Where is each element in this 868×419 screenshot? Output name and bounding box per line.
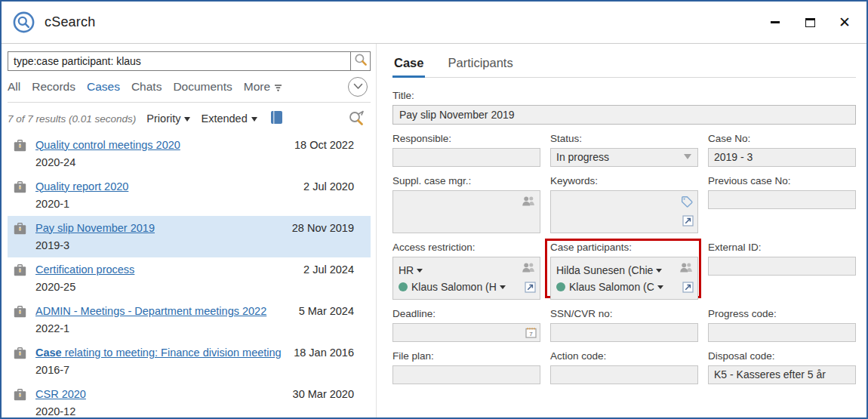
people-icon [679, 262, 694, 276]
maximize-button[interactable] [793, 8, 827, 38]
people-icon [522, 262, 536, 276]
extended-view-dropdown[interactable]: Extended [201, 112, 257, 125]
caret-down-icon [657, 285, 663, 292]
case-no-field[interactable]: 2019 - 3 [708, 148, 856, 167]
result-row-main: Quality control meetings 2020 2020-24 [35, 137, 287, 171]
priority-sort-dropdown[interactable]: Priority [146, 112, 190, 125]
csearch-logo-icon [11, 11, 35, 35]
result-date: 30 Mar 2020 [293, 387, 354, 402]
case-detail-panel: Case Participants Title: Pay slip Novemb… [377, 44, 866, 417]
access-restriction-box[interactable]: HR Klaus Salomon (H [392, 257, 540, 300]
keywords-label: Keywords: [550, 175, 698, 186]
result-row[interactable]: Quality control meetings 2020 2020-24 18… [8, 133, 371, 174]
result-link[interactable]: CSR 2020 [35, 388, 86, 400]
result-link[interactable]: ADMIN - Meetings - Department meetings 2… [35, 305, 266, 317]
result-row[interactable]: CSR 2020 2020-12 30 Mar 2020 [8, 382, 371, 417]
participant-entry[interactable]: Hilda Sunesen (Chie [556, 262, 676, 279]
detail-tabs: Case Participants [392, 56, 856, 78]
access-restriction-label: Access restriction: [392, 242, 540, 253]
result-case-number: 2020-12 [35, 403, 285, 417]
open-expand-icon[interactable] [682, 215, 694, 230]
case-participants-label: Case participants: [550, 242, 698, 253]
tab-case[interactable]: Case [394, 56, 423, 70]
minimize-button[interactable] [758, 8, 793, 38]
tab-participants[interactable]: Participants [448, 56, 512, 70]
case-no-cell: Case No: 2019 - 3 [708, 133, 856, 167]
result-case-number: 2020-25 [35, 279, 296, 295]
search-input[interactable] [8, 52, 350, 70]
expand-search-options-button[interactable] [348, 77, 368, 97]
file-plan-field[interactable] [392, 365, 540, 384]
participant-entry[interactable]: Klaus Salomon (C [556, 279, 676, 295]
app-title: cSearch [45, 14, 95, 30]
book-icon [269, 109, 284, 128]
casebook-button[interactable] [269, 109, 284, 128]
deadline-field[interactable] [392, 323, 540, 342]
result-row[interactable]: Case relating to meeting: Finance divisi… [8, 340, 371, 382]
caret-down-icon [184, 117, 190, 125]
keywords-cell: Keywords: [550, 175, 698, 233]
suppl-case-mgr-box[interactable] [392, 190, 540, 233]
result-case-number: 2020-24 [35, 154, 287, 171]
open-expand-icon[interactable] [682, 282, 694, 296]
result-case-number: 2020-1 [35, 196, 296, 212]
calendar-icon[interactable]: 7 [525, 326, 537, 342]
results-toolbar: 7 of 7 results (0.01 seconds) Priority E… [8, 109, 371, 128]
progress-code-field[interactable] [708, 323, 856, 342]
ssn-cvr-label: SSN/CVR no: [550, 308, 698, 319]
close-icon: ✕ [839, 15, 851, 29]
result-link[interactable]: Certification process [35, 263, 134, 276]
keywords-box[interactable] [550, 190, 698, 233]
access-entry[interactable]: HR [399, 262, 519, 279]
title-field[interactable]: Pay slip November 2019 [392, 105, 856, 125]
result-row[interactable]: Quality report 2020 2020-1 2 Jul 2020 [8, 174, 371, 216]
status-select[interactable]: In progress [550, 148, 698, 167]
more-menu-icon [274, 84, 282, 92]
result-date: 2 Jul 2020 [303, 179, 354, 195]
result-link[interactable]: Quality control meetings 2020 [35, 139, 180, 151]
people-icon [522, 196, 536, 210]
search-button[interactable] [350, 52, 370, 70]
presence-icon [399, 282, 408, 291]
caret-down-icon [500, 285, 506, 292]
close-button[interactable]: ✕ [827, 8, 862, 38]
case-participants-box[interactable]: Hilda Sunesen (Chie Klaus Salomon (C [550, 257, 698, 300]
open-expand-icon[interactable] [525, 282, 536, 296]
result-row[interactable]: ADMIN - Meetings - Department meetings 2… [8, 299, 371, 340]
previous-case-no-cell: Previous case No: [708, 175, 856, 209]
result-link[interactable]: Case relating to meeting: Finance divisi… [35, 347, 282, 359]
result-list: Quality control meetings 2020 2020-24 18… [8, 133, 371, 417]
previous-case-no-field[interactable] [708, 190, 856, 209]
external-id-field[interactable] [708, 257, 856, 276]
result-case-number: 2019-3 [35, 237, 285, 254]
file-plan-label: File plan: [392, 350, 540, 362]
result-row-main: CSR 2020 2020-12 [35, 387, 285, 417]
search-results-panel: All Records Cases Chats Documents More [2, 44, 377, 417]
responsible-label: Responsible: [392, 133, 540, 144]
tab-all[interactable]: All [8, 80, 20, 94]
search-bar [8, 51, 371, 71]
result-link[interactable]: Quality report 2020 [35, 180, 128, 193]
case-briefcase-icon [14, 264, 26, 276]
result-row[interactable]: Pay slip November 2019 2019-3 28 Nov 201… [8, 216, 371, 257]
disposal-code-field[interactable]: K5 - Kasseres efter 5 år [708, 365, 856, 384]
result-row-main: Case relating to meeting: Finance divisi… [35, 345, 286, 378]
result-row[interactable]: Certification process 2020-25 2 Jul 2024 [8, 257, 371, 299]
disposal-code-label: Disposal code: [708, 350, 856, 362]
external-id-label: External ID: [708, 242, 856, 253]
tab-records[interactable]: Records [32, 80, 75, 94]
caret-down-icon [251, 117, 257, 125]
tab-documents[interactable]: Documents [173, 80, 232, 94]
refine-search-button[interactable] [348, 109, 366, 128]
ssn-cvr-field[interactable] [550, 323, 698, 342]
case-form: Title: Pay slip November 2019 Responsibl… [392, 90, 856, 393]
tab-cases[interactable]: Cases [87, 80, 120, 94]
action-code-field[interactable] [550, 365, 698, 384]
tab-more[interactable]: More [244, 80, 282, 94]
tab-chats[interactable]: Chats [131, 80, 162, 94]
responsible-cell: Responsible: [392, 133, 540, 167]
result-date: 28 Nov 2019 [292, 220, 354, 236]
access-entry[interactable]: Klaus Salomon (H [399, 279, 519, 295]
result-link[interactable]: Pay slip November 2019 [35, 222, 155, 234]
responsible-field[interactable] [392, 148, 540, 167]
